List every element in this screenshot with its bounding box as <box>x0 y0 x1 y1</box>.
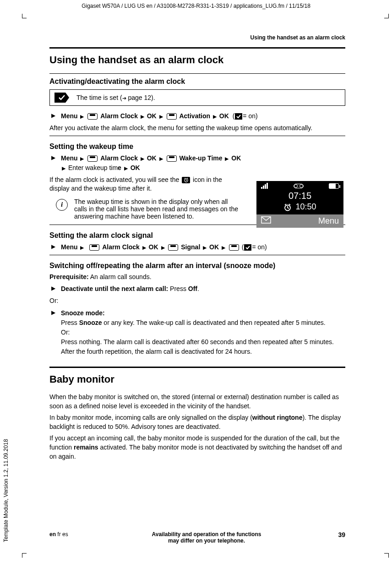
prerequisite-line: Prerequisite: An alarm call sounds. <box>49 273 345 282</box>
envelope-icon <box>261 216 271 226</box>
crop-mark <box>384 553 389 558</box>
step-bullet-icon: ▶ <box>51 242 55 252</box>
nav-key-icon <box>168 244 178 251</box>
paragraph: If you accept an incoming call, the baby… <box>49 434 345 461</box>
display-status-bar <box>256 181 343 190</box>
subsection-rule <box>49 73 345 74</box>
procedure-step: ▶ Snooze mode: Press Snooze or any key. … <box>49 308 345 357</box>
subsection-rule <box>49 136 345 136</box>
subsection-rule <box>49 255 345 255</box>
footer-disclaimer: Availability and operation of the functi… <box>95 531 318 544</box>
nav-key-icon <box>229 244 239 251</box>
section-rule <box>49 47 345 49</box>
info-icon: i <box>56 199 68 211</box>
checkbox-on-icon <box>235 113 242 120</box>
procedure-step: ▶ Menu ▶ Alarm Clock ▶ OK ▶ Activation ▶… <box>49 111 345 121</box>
step-bullet-icon: ▶ <box>51 111 55 121</box>
template-version-label: Template Module, Version 1.2, 11.09.2018 <box>3 439 9 542</box>
note-text: The time is set (➔ page 12). <box>76 94 155 101</box>
page-footer: en fr es Availability and operation of t… <box>49 531 345 544</box>
check-badge-icon <box>54 93 69 103</box>
procedure-step: ▶ Deactivate until the next alarm call: … <box>49 284 345 294</box>
paragraph: When the baby monitor is switched on, th… <box>49 393 345 411</box>
paragraph: If the alarm clock is activated, you wil… <box>49 176 242 193</box>
heading-alarm-signal: Setting the alarm clock signal <box>49 231 345 240</box>
heading-activating: Activating/deactivating the alarm clock <box>49 77 345 86</box>
info-note: i The wakeup time is shown in the displa… <box>49 198 242 220</box>
info-text: The wakeup time is shown in the display … <box>74 198 242 220</box>
display-alarm-row: 10:50 <box>256 202 343 214</box>
checkbox-on-icon <box>244 244 251 251</box>
page-number: 39 <box>318 531 345 538</box>
arrow-right-icon: ➔ <box>122 95 126 101</box>
document-path-header: Gigaset W570A / LUG US en / A31008-M2728… <box>0 3 392 9</box>
heading-wakeup-time: Setting the wakeup time <box>49 143 345 151</box>
heading-alarm-clock: Using the handset as an alarm clock <box>49 54 345 66</box>
prerequisite-note-box: The time is set (➔ page 12). <box>49 89 345 106</box>
step-bullet-icon: ▶ <box>51 284 55 294</box>
section-rule <box>49 367 345 368</box>
step-bullet-icon: ▶ <box>51 308 55 357</box>
nav-key-icon <box>87 155 98 162</box>
display-softkey-row: Menu <box>256 214 343 228</box>
voicemail-icon <box>294 184 304 188</box>
heading-snooze: Switching off/repeating the alarm after … <box>49 262 345 270</box>
paragraph: After you activate the alarm clock, the … <box>49 124 345 133</box>
nav-key-icon <box>87 113 98 120</box>
footer-language: en fr es <box>49 531 95 538</box>
crop-mark <box>22 14 27 18</box>
nav-key-icon <box>167 155 177 162</box>
paragraph: In baby monitor mode, incoming calls are… <box>49 413 345 431</box>
nav-key-icon <box>89 244 99 251</box>
alarm-clock-icon <box>182 177 190 183</box>
display-menu-label: Menu <box>271 216 339 226</box>
heading-baby-monitor: Baby monitor <box>49 373 345 385</box>
handset-display-illustration: 07:15 10:50 Menu <box>256 181 343 228</box>
nav-key-icon <box>167 113 177 120</box>
alarm-clock-icon <box>283 203 292 211</box>
crop-mark <box>384 14 389 18</box>
procedure-step: ▶ Menu ▶ Alarm Clock ▶ OK ▶ Wake-up Time… <box>49 154 242 173</box>
display-current-time: 07:15 <box>256 190 343 202</box>
running-header: Using the handset as an alarm clock <box>49 34 345 41</box>
crop-mark <box>22 553 27 558</box>
signal-icon <box>261 183 268 189</box>
or-label: Or: <box>49 296 345 306</box>
procedure-step: ▶ Menu ▶ Alarm Clock ▶ OK ▶ Signal ▶ OK … <box>49 242 345 252</box>
step-bullet-icon: ▶ <box>51 154 55 173</box>
battery-icon <box>329 183 339 189</box>
